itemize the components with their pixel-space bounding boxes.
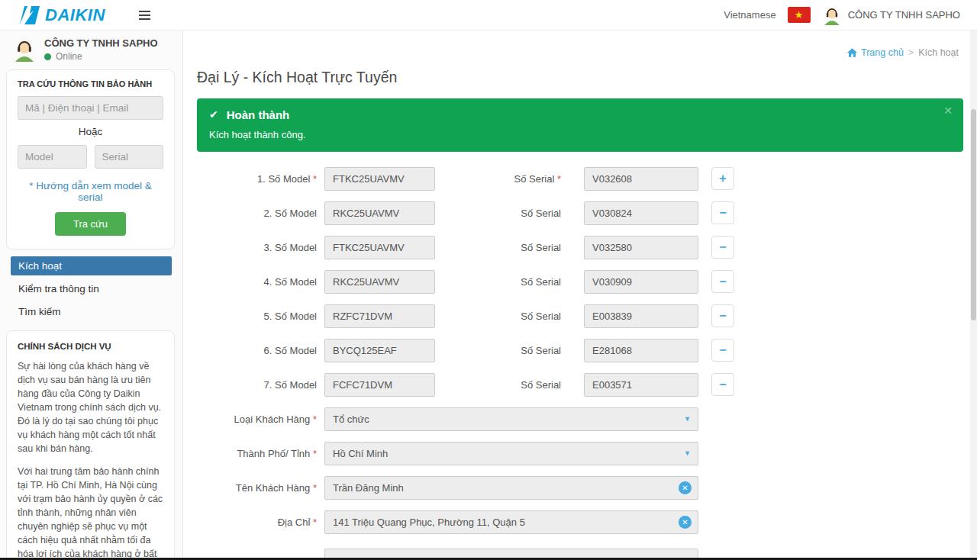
vietnam-flag-icon[interactable]: ★ <box>788 7 811 23</box>
serial-label: Số Serial <box>435 379 561 391</box>
main-content: Trang chủ > Kích hoạt Đại Lý - Kích Hoạt… <box>183 31 977 560</box>
address-input[interactable] <box>324 510 698 534</box>
model-input[interactable] <box>324 236 435 259</box>
lookup-model-input[interactable] <box>18 145 87 169</box>
serial-label: Số Serial <box>435 242 561 253</box>
model-label: 4. Số Model <box>197 276 317 288</box>
lookup-panel-title: TRA CỨU THÔNG TIN BẢO HÀNH <box>18 79 163 89</box>
model-input[interactable] <box>324 201 435 225</box>
language-label: Vietnamese <box>724 9 775 21</box>
clear-field-icon[interactable]: ✕ <box>679 516 692 529</box>
model-serial-row: 4. Số Model Số Serial − <box>197 270 963 294</box>
serial-input[interactable] <box>584 201 698 225</box>
customer-type-label: Loại Khách Hàng * <box>197 414 317 425</box>
daikin-flag-icon <box>20 6 40 24</box>
address-label: Địa Chỉ * <box>197 517 317 528</box>
lookup-search-button[interactable]: Tra cứu <box>55 212 126 236</box>
model-serial-row: 3. Số Model Số Serial − <box>197 236 963 259</box>
serial-label: Số Serial <box>435 345 561 356</box>
serial-input[interactable] <box>584 339 698 362</box>
remove-row-button[interactable]: − <box>711 201 734 224</box>
sidebar-item-tim-kiem[interactable]: Tìm kiếm <box>11 302 172 321</box>
scrollbar-thumb[interactable] <box>971 109 976 320</box>
brand-text: DAIKIN <box>45 5 105 25</box>
online-status-label: Online <box>56 51 82 62</box>
model-label: 5. Số Model <box>197 311 317 322</box>
customer-type-row: Loại Khách Hàng * Tổ chức ▼ <box>197 407 963 431</box>
remove-row-button[interactable]: − <box>711 339 734 362</box>
sidebar-avatar-icon <box>12 37 37 62</box>
city-select[interactable]: Hồ Chí Minh <box>324 442 698 465</box>
model-input[interactable] <box>324 304 435 328</box>
model-serial-rows: 1. Số Model * Số Serial * + 2. Số Model … <box>197 167 963 397</box>
sidebar-item-kiem-tra-thong-tin[interactable]: Kiểm tra thông tin <box>11 279 172 298</box>
service-policy-panel: CHÍNH SÁCH DỊCH VỤ Sự hài lòng của khách… <box>6 330 175 560</box>
breadcrumb-separator: > <box>908 47 914 58</box>
sidebar-user-panel: CÔNG TY TNHH SAPHO Online <box>12 37 175 62</box>
model-input[interactable] <box>324 167 435 191</box>
required-asterisk: * <box>313 414 317 425</box>
chevron-down-icon: ▼ <box>684 449 691 457</box>
alert-title: Hoàn thành <box>227 108 290 121</box>
model-input[interactable] <box>324 270 435 294</box>
sidebar-item-kich-hoat[interactable]: Kích hoạt <box>11 256 172 275</box>
required-asterisk: * <box>313 448 317 459</box>
user-avatar-icon <box>822 5 842 25</box>
serial-input[interactable] <box>584 236 698 259</box>
model-serial-guide-link[interactable]: * Hướng dẫn xem model & serial <box>18 180 163 203</box>
lookup-code-input[interactable] <box>18 96 163 120</box>
model-serial-row: 6. Số Model Số Serial − <box>197 339 963 362</box>
chevron-down-icon: ▼ <box>684 415 691 423</box>
remove-row-button[interactable]: − <box>711 373 734 396</box>
add-row-button[interactable]: + <box>711 167 734 190</box>
top-navbar: DAIKIN Vietnamese ★ CÔNG TY TNHH SAPHO <box>0 0 977 31</box>
clear-field-icon[interactable]: ✕ <box>679 481 692 494</box>
breadcrumb: Trang chủ > Kích hoạt <box>847 47 959 58</box>
lookup-serial-input[interactable] <box>95 145 164 169</box>
address-row: Địa Chỉ * ✕ <box>197 510 963 534</box>
model-label: 1. Số Model * <box>197 173 317 185</box>
home-icon <box>847 48 857 57</box>
city-label: Thành Phố/ Tỉnh * <box>197 448 317 459</box>
policy-title: CHÍNH SÁCH DỊCH VỤ <box>18 342 163 351</box>
warranty-lookup-panel: TRA CỨU THÔNG TIN BẢO HÀNH Hoặc * Hướng … <box>6 69 175 249</box>
hamburger-menu-icon[interactable] <box>139 11 150 20</box>
serial-input[interactable] <box>584 270 698 294</box>
remove-row-button[interactable]: − <box>711 270 734 293</box>
customer-name-input[interactable] <box>324 476 698 500</box>
sidebar-user-name: CÔNG TY TNHH SAPHO <box>44 37 158 49</box>
customer-name-label: Tên Khách Hàng * <box>197 482 317 494</box>
serial-label: Số Serial * <box>435 173 561 185</box>
alert-message: Kích hoạt thành công. <box>209 129 951 140</box>
alert-close-icon[interactable]: ✕ <box>943 105 953 117</box>
header-user-menu[interactable]: CÔNG TY TNHH SAPHO <box>822 5 960 25</box>
flag-star: ★ <box>795 10 804 20</box>
model-serial-row: 1. Số Model * Số Serial * + <box>197 167 963 191</box>
model-input[interactable] <box>324 339 435 362</box>
or-label: Hoặc <box>18 126 163 137</box>
model-input[interactable] <box>324 373 435 397</box>
policy-paragraph-2: Với hai trung tâm bảo hành chính tại TP.… <box>18 465 163 560</box>
sidebar: CÔNG TY TNHH SAPHO Online TRA CỨU THÔNG … <box>0 31 183 560</box>
breadcrumb-current: Kích hoạt <box>918 47 959 58</box>
model-label: 2. Số Model <box>197 208 317 219</box>
remove-row-button[interactable]: − <box>711 236 734 259</box>
customer-type-select[interactable]: Tổ chức <box>324 407 698 431</box>
sidebar-menu: Kích hoạt Kiểm tra thông tin Tìm kiếm <box>11 256 172 321</box>
breadcrumb-home-link[interactable]: Trang chủ <box>847 47 904 58</box>
model-serial-row: 2. Số Model Số Serial − <box>197 201 963 225</box>
model-label: 6. Số Model <box>197 345 317 356</box>
remove-row-button[interactable]: − <box>711 304 734 327</box>
serial-label: Số Serial <box>435 208 561 219</box>
daikin-logo[interactable]: DAIKIN <box>20 5 105 25</box>
app-window: DAIKIN Vietnamese ★ CÔNG TY TNHH SAPHO <box>0 0 977 560</box>
serial-label: Số Serial <box>435 276 561 288</box>
serial-input[interactable] <box>584 167 698 191</box>
serial-input[interactable] <box>584 373 698 397</box>
model-serial-row: 7. Số Model Số Serial − <box>197 373 963 397</box>
vertical-scrollbar[interactable] <box>970 31 977 560</box>
required-asterisk: * <box>313 517 317 528</box>
required-asterisk: * <box>313 482 317 494</box>
serial-input[interactable] <box>584 304 698 328</box>
online-status-dot <box>44 53 51 60</box>
